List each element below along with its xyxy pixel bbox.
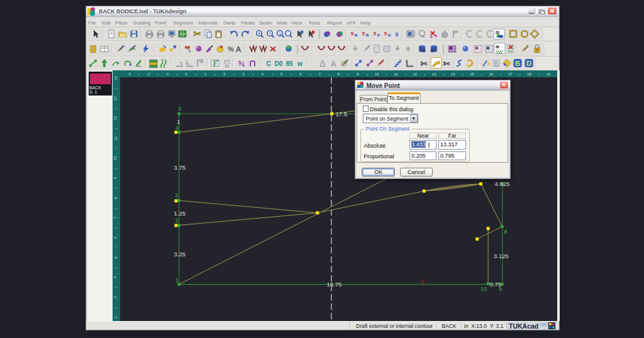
svg-text:9: 9 [357,72,359,76]
svg-text:6: 6 [299,72,302,76]
svg-text:5: 5 [280,72,283,76]
svg-text:2: 2 [114,316,118,319]
svg-text:7: 7 [318,72,321,76]
svg-text:14: 14 [114,76,118,80]
svg-text:9: 9 [114,177,118,179]
svg-text:17: 17 [508,72,513,76]
svg-text:2: 2 [223,72,226,76]
svg-text:0.75: 0.75 [490,281,502,288]
svg-text:8: 8 [504,229,508,235]
svg-text:-2: -2 [147,72,150,76]
svg-text:3.75: 3.75 [174,164,186,171]
svg-text:4: 4 [114,276,118,278]
svg-text:14: 14 [451,72,455,76]
svg-text:-3: -3 [127,72,131,76]
svg-text:18: 18 [527,72,531,76]
svg-text:4.625: 4.625 [495,180,510,187]
svg-text:13: 13 [432,72,436,76]
svg-text:4: 4 [175,125,179,131]
svg-text:3: 3 [242,72,245,76]
svg-text:13: 13 [114,96,118,101]
svg-text:11: 11 [394,72,398,76]
svg-text:10: 10 [480,286,487,292]
svg-text:3.125: 3.125 [494,253,509,259]
svg-text:1: 1 [175,277,178,283]
svg-text:12: 12 [114,116,118,120]
svg-text:12: 12 [413,72,417,76]
svg-text:3: 3 [175,192,178,199]
svg-text:7: 7 [114,216,118,219]
svg-text:5: 5 [114,256,118,259]
svg-text:1.25: 1.25 [174,210,186,217]
svg-text:1: 1 [204,72,207,76]
svg-text:-1: -1 [165,72,169,76]
svg-text:1: 1 [177,118,180,125]
svg-text:4: 4 [262,72,264,76]
svg-text:16: 16 [489,72,493,76]
svg-text:8: 8 [114,197,118,199]
svg-text:6: 6 [114,236,118,239]
svg-text:16.75: 16.75 [327,281,342,288]
svg-text:15: 15 [470,72,474,76]
svg-text:5: 5 [178,106,181,112]
svg-text:0: 0 [185,72,187,76]
svg-text:10: 10 [375,72,379,76]
svg-text:10: 10 [114,156,118,160]
svg-text:2: 2 [175,217,179,224]
svg-text:8: 8 [338,72,340,76]
svg-text:3.25: 3.25 [174,251,186,258]
svg-text:11: 11 [114,136,118,140]
svg-text:19: 19 [546,72,550,76]
svg-text:3: 3 [114,296,118,298]
svg-text:17.5: 17.5 [336,111,348,117]
